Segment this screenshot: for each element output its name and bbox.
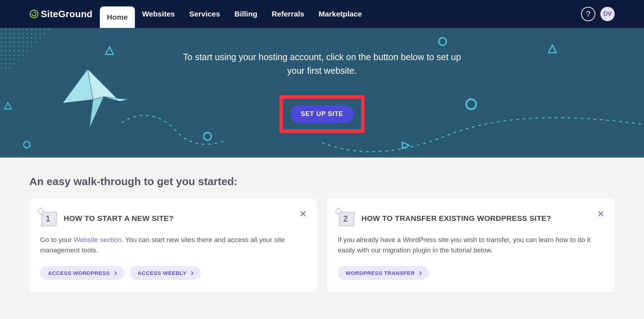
svg-point-31 — [31, 37, 32, 39]
nav-websites[interactable]: Websites — [135, 0, 182, 28]
svg-point-75 — [9, 67, 11, 69]
svg-point-38 — [18, 42, 19, 43]
card-actions: ACCESS WORDPRESS ACCESS WEEBLY — [40, 266, 306, 280]
svg-point-16 — [14, 33, 15, 34]
note-icon: 2 — [338, 211, 353, 226]
svg-point-1 — [1, 29, 2, 30]
hero-banner: To start using your hosting account, cli… — [0, 28, 644, 158]
svg-point-12 — [48, 29, 49, 30]
nav-marketplace[interactable]: Marketplace — [311, 0, 369, 28]
svg-point-29 — [22, 37, 24, 39]
nav-services[interactable]: Services — [182, 0, 227, 28]
svg-point-21 — [35, 33, 36, 34]
card-actions: WORDPRESS TRANSFER — [338, 266, 604, 280]
access-weebly-button[interactable]: ACCESS WEEBLY — [130, 266, 201, 280]
svg-point-18 — [22, 33, 24, 34]
svg-point-19 — [26, 33, 28, 34]
nav-referrals[interactable]: Referrals — [264, 0, 311, 28]
close-icon[interactable] — [597, 211, 604, 217]
svg-point-17 — [18, 33, 19, 34]
svg-point-57 — [26, 50, 28, 52]
svg-marker-81 — [5, 103, 11, 109]
svg-point-23 — [44, 33, 45, 34]
svg-point-7 — [26, 29, 28, 30]
svg-point-86 — [466, 99, 476, 109]
svg-point-46 — [14, 46, 15, 47]
wordpress-transfer-button[interactable]: WORDPRESS TRANSFER — [338, 266, 429, 280]
svg-point-49 — [26, 46, 28, 47]
section-title: An easy walk-through to get you started: — [29, 175, 615, 188]
svg-point-28 — [18, 37, 19, 39]
top-nav-bar: SiteGround Home Websites Services Billin… — [0, 0, 644, 28]
card-title: HOW TO TRANSFER EXISTING WORDPRESS SITE? — [361, 214, 551, 223]
svg-point-8 — [31, 29, 32, 30]
svg-point-24 — [1, 37, 2, 39]
triangle-decoration — [547, 44, 557, 54]
card-header: 1 HOW TO START A NEW SITE? — [40, 211, 306, 226]
svg-point-10 — [39, 29, 41, 30]
circle-decoration — [465, 98, 477, 110]
dashed-line-decoration — [122, 112, 229, 158]
nav-billing[interactable]: Billing — [227, 0, 264, 28]
dots-decoration — [0, 28, 50, 100]
svg-point-43 — [1, 46, 2, 47]
svg-point-26 — [9, 37, 11, 39]
close-icon[interactable] — [300, 211, 306, 217]
svg-point-45 — [9, 46, 11, 47]
svg-point-52 — [5, 50, 6, 52]
brand-logo[interactable]: SiteGround — [29, 9, 93, 20]
note-icon: 1 — [40, 211, 56, 226]
svg-point-39 — [22, 42, 24, 43]
svg-point-63 — [22, 54, 24, 56]
svg-point-64 — [1, 59, 2, 60]
siteground-logo-icon — [29, 9, 39, 19]
cards-row: 1 HOW TO START A NEW SITE? Go to your We… — [29, 198, 615, 292]
play-decoration — [401, 141, 410, 150]
svg-point-48 — [22, 46, 24, 47]
svg-marker-87 — [402, 142, 409, 148]
main-nav: Home Websites Services Billing Referrals… — [100, 0, 369, 28]
svg-point-22 — [39, 33, 41, 34]
svg-point-35 — [5, 42, 6, 43]
svg-point-40 — [26, 42, 28, 43]
svg-point-68 — [18, 59, 19, 60]
nav-home[interactable]: Home — [100, 6, 135, 28]
svg-point-74 — [5, 67, 6, 69]
svg-point-32 — [35, 37, 36, 39]
svg-point-2 — [5, 29, 6, 30]
svg-point-69 — [1, 63, 2, 64]
content-area: An easy walk-through to get you started:… — [0, 158, 644, 306]
svg-point-50 — [31, 46, 32, 47]
highlight-box: SET UP SITE — [279, 95, 365, 133]
card-header: 2 HOW TO TRANSFER EXISTING WORDPRESS SIT… — [338, 211, 604, 226]
svg-point-13 — [1, 33, 2, 34]
svg-point-55 — [18, 50, 19, 52]
svg-point-85 — [439, 38, 446, 45]
svg-marker-80 — [106, 47, 113, 54]
svg-point-61 — [14, 54, 15, 56]
chevron-right-icon — [189, 271, 193, 275]
triangle-decoration — [4, 102, 12, 110]
svg-point-11 — [44, 29, 45, 30]
circle-decoration — [203, 132, 212, 141]
crane-decoration — [61, 67, 136, 130]
svg-point-67 — [14, 59, 15, 60]
svg-point-84 — [204, 132, 211, 140]
setup-site-button[interactable]: SET UP SITE — [290, 105, 354, 123]
dashed-line-decoration — [322, 114, 644, 158]
user-avatar[interactable]: DV — [600, 7, 615, 21]
circle-decoration — [23, 141, 31, 149]
access-wordpress-button[interactable]: ACCESS WORDPRESS — [40, 266, 124, 280]
svg-point-54 — [14, 50, 15, 52]
svg-point-20 — [31, 33, 32, 34]
brand-name: SiteGround — [41, 9, 93, 20]
header-right: ? DV — [581, 7, 615, 21]
card-description: If you already have a WordPress site you… — [338, 235, 604, 255]
svg-point-53 — [9, 50, 11, 52]
card-description: Go to your Website section. You can star… — [40, 235, 306, 255]
help-icon[interactable]: ? — [581, 7, 595, 21]
svg-point-65 — [5, 59, 6, 60]
svg-point-15 — [9, 33, 11, 34]
svg-point-37 — [14, 42, 15, 43]
website-section-link[interactable]: Website section — [74, 236, 122, 243]
